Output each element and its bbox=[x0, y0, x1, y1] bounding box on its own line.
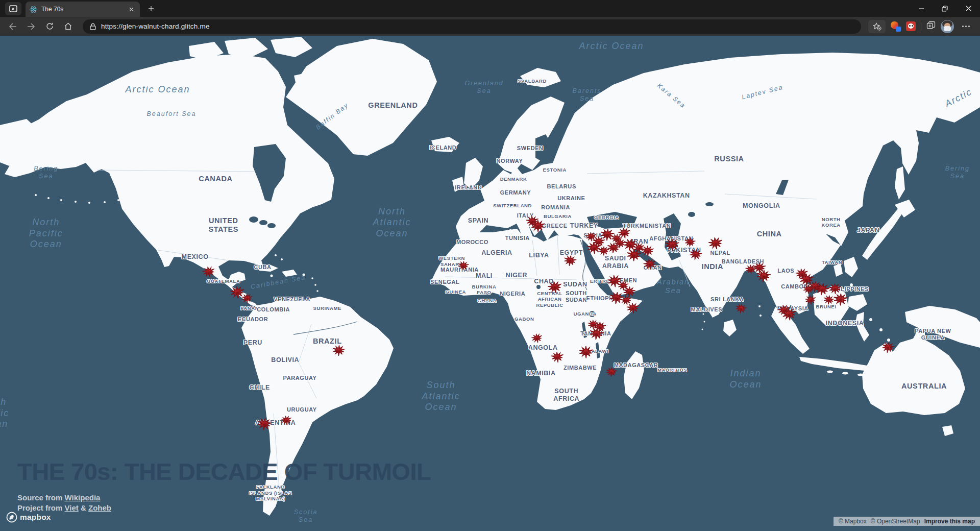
toolbar-right-icons bbox=[868, 20, 975, 33]
tab-title: The 70s bbox=[41, 6, 122, 13]
mapbox-logo-icon bbox=[6, 512, 17, 523]
source-prefix: Source from bbox=[17, 493, 62, 502]
explosion-marker[interactable] bbox=[625, 300, 642, 315]
explosion-marker[interactable] bbox=[456, 259, 471, 272]
explosion-marker[interactable] bbox=[687, 246, 704, 262]
tab-close-icon[interactable] bbox=[127, 5, 136, 14]
restore-button[interactable] bbox=[933, 0, 957, 17]
explosion-marker[interactable] bbox=[664, 237, 681, 252]
map-canvas[interactable]: Arctic OceanArctic OceanBeaufort SeaBeri… bbox=[0, 36, 980, 531]
favorites-button[interactable] bbox=[868, 20, 886, 33]
home-button[interactable] bbox=[60, 19, 76, 34]
explosion-marker[interactable] bbox=[577, 344, 595, 359]
explosion-marker[interactable] bbox=[562, 253, 579, 269]
star-plus-icon bbox=[873, 22, 881, 31]
extension-icon[interactable] bbox=[891, 21, 901, 32]
browser-tab-strip: The 70s bbox=[0, 0, 980, 17]
browser-window: The 70s bbox=[0, 0, 980, 531]
zoheb-link[interactable]: Zoheb bbox=[88, 503, 111, 512]
explosion-marker[interactable] bbox=[255, 415, 274, 432]
explosion-marker[interactable] bbox=[331, 343, 347, 357]
explosion-marker[interactable] bbox=[822, 293, 837, 306]
settings-menu-button[interactable] bbox=[959, 26, 973, 27]
url-text[interactable]: https://glen-walnut-chard.glitch.me bbox=[101, 22, 210, 30]
new-tab-button[interactable] bbox=[144, 2, 158, 16]
explosion-marker[interactable] bbox=[879, 340, 897, 355]
profile-avatar[interactable] bbox=[941, 20, 954, 33]
mapbox-attribution-link[interactable]: © Mapbox bbox=[839, 518, 867, 525]
project-line: Project from Viet & Zoheb bbox=[17, 503, 431, 513]
mapbox-logo-text: mapbox bbox=[20, 513, 51, 522]
explosion-marker[interactable] bbox=[545, 278, 565, 296]
mapbox-logo[interactable]: mapbox bbox=[6, 512, 51, 523]
toolbar-divider bbox=[921, 22, 921, 31]
map-attribution: © Mapbox © OpenStreetMap Improve this ma… bbox=[834, 517, 980, 526]
extension-red-icon[interactable] bbox=[906, 21, 916, 31]
explosion-marker[interactable] bbox=[529, 218, 547, 233]
explosion-marker[interactable] bbox=[604, 365, 619, 378]
window-controls bbox=[910, 0, 980, 17]
explosion-marker[interactable] bbox=[549, 349, 566, 364]
explosion-marker[interactable] bbox=[705, 234, 725, 252]
osm-attribution-link[interactable]: © OpenStreetMap bbox=[871, 518, 920, 525]
extension-badge bbox=[896, 27, 901, 32]
wikipedia-link[interactable]: Wikipedia bbox=[65, 493, 101, 502]
project-prefix: Project from bbox=[17, 503, 62, 512]
workspace-menu-button[interactable] bbox=[5, 2, 21, 15]
browser-tab[interactable]: The 70s bbox=[26, 2, 140, 17]
explosion-marker[interactable] bbox=[587, 325, 606, 342]
collections-icon bbox=[926, 21, 936, 30]
react-favicon-icon bbox=[30, 6, 37, 13]
forward-button[interactable] bbox=[23, 19, 39, 34]
explosion-marker[interactable] bbox=[625, 247, 643, 262]
refresh-button[interactable] bbox=[42, 19, 57, 34]
url-bar[interactable]: https://glen-walnut-chard.glitch.me bbox=[83, 19, 861, 34]
workspace-icon bbox=[9, 5, 17, 12]
back-button[interactable] bbox=[5, 19, 20, 34]
close-button[interactable] bbox=[957, 0, 980, 17]
explosion-marker[interactable] bbox=[240, 292, 254, 304]
source-line: Source from Wikipedia bbox=[17, 493, 431, 503]
explosion-marker[interactable] bbox=[529, 331, 545, 345]
project-separator: & bbox=[81, 503, 86, 512]
explosion-marker[interactable] bbox=[779, 305, 798, 323]
explosion-marker[interactable] bbox=[279, 413, 294, 427]
collections-button[interactable] bbox=[926, 21, 936, 32]
explosion-marker[interactable] bbox=[803, 293, 818, 306]
lock-icon bbox=[90, 23, 96, 30]
explosion-marker[interactable] bbox=[754, 268, 772, 284]
viet-link[interactable]: Viet bbox=[65, 503, 79, 512]
improve-map-link[interactable]: Improve this map bbox=[924, 518, 975, 525]
minimize-button[interactable] bbox=[910, 0, 933, 17]
browser-toolbar: https://glen-walnut-chard.glitch.me bbox=[0, 17, 980, 36]
explosion-marker[interactable] bbox=[613, 236, 628, 250]
